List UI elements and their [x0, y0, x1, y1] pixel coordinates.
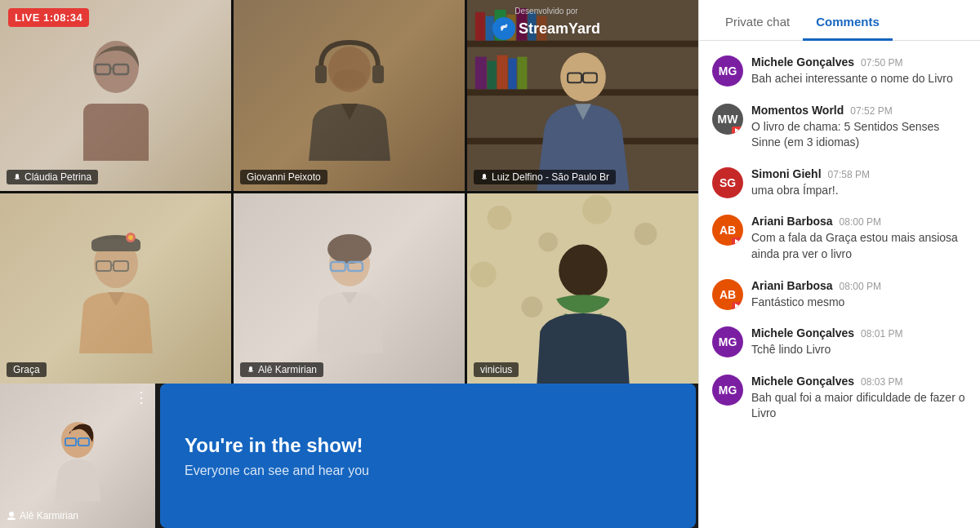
svg-point-47 [582, 194, 612, 224]
message-author: Ariani Barbosa [751, 279, 833, 292]
message-text: O livro de chama: 5 Sentidos Senses Sinn… [751, 119, 967, 151]
svg-rect-23 [488, 61, 497, 90]
message-content: Michele Gonçalves08:01 PMTchê lindo Livr… [751, 326, 967, 358]
message-header: Ariani Barbosa08:00 PM [751, 215, 967, 228]
message-author: Michele Gonçalves [751, 375, 854, 388]
message-time: 08:00 PM [840, 216, 881, 228]
video-cell-2: Giovanni Peixoto [234, 0, 465, 191]
avatar: MG [712, 326, 743, 357]
svg-point-46 [538, 232, 558, 251]
tab-comments[interactable]: Comments [803, 5, 893, 41]
message-time: 07:58 PM [828, 169, 870, 180]
avatar: MG [712, 55, 743, 87]
svg-rect-22 [475, 57, 487, 90]
message-time: 07:52 PM [850, 105, 892, 117]
svg-point-48 [635, 222, 657, 245]
chat-message: MGMichele Gonçalves08:03 PMBah qual foi … [699, 366, 980, 430]
message-author: Ariani Barbosa [751, 215, 833, 228]
message-time: 08:03 PM [861, 376, 902, 388]
svg-rect-8 [372, 65, 384, 83]
person-2-name: Giovanni Peixoto [247, 171, 321, 183]
chat-panel: Private chat Comments MGMichele Gonçalve… [698, 0, 980, 528]
message-time: 08:01 PM [861, 328, 902, 339]
svg-point-40 [327, 234, 372, 264]
message-text: Fantástico mesmo [751, 295, 967, 311]
live-badge: LIVE 1:08:34 [8, 8, 89, 27]
youtube-badge [732, 302, 743, 310]
chat-tabs: Private chat Comments [699, 0, 980, 41]
svg-point-45 [488, 205, 512, 229]
message-author: Momentos World [751, 104, 844, 117]
video-cell-4: Graça [0, 193, 231, 384]
streamyard-icon [492, 17, 515, 40]
message-content: Michele Gonçalves08:03 PMBah qual foi a … [751, 375, 967, 422]
video-cell-6: vinicius [467, 193, 698, 384]
svg-point-49 [470, 261, 497, 287]
chat-message: MGMichele Gonçalves07:50 PMBah achei int… [699, 47, 980, 95]
person-4-name: Graça [13, 364, 40, 375]
message-time: 08:00 PM [840, 281, 881, 292]
youtube-badge [732, 126, 743, 135]
svg-rect-26 [518, 57, 528, 90]
message-content: Momentos World07:52 PMO livro de chama: … [751, 104, 967, 151]
self-view-label: Alê Karmirian [7, 510, 78, 521]
chat-message: SGSimoni Giehl07:58 PMuma obra Ímpar!. [699, 159, 980, 207]
show-notification: You're in the show! Everyone can see and… [160, 384, 696, 528]
svg-point-51 [559, 244, 608, 296]
svg-rect-7 [315, 65, 327, 83]
chat-message: ABAriani Barbosa08:00 PMCom a fala da Gr… [699, 206, 980, 270]
notification-subtitle: Everyone can see and hear you [185, 464, 671, 478]
message-author: Michele Gonçalves [751, 326, 854, 339]
avatar: MW [712, 104, 743, 135]
avatar: MG [712, 375, 743, 406]
svg-rect-25 [509, 59, 517, 90]
svg-rect-3 [83, 104, 149, 161]
svg-point-10 [333, 69, 366, 89]
person-6-name: vinicius [480, 364, 512, 375]
svg-point-56 [9, 512, 14, 517]
person-3-name: Luiz Delfino - São Paulo Br [492, 171, 609, 183]
video-cell-5: Alê Karmirian [234, 193, 465, 384]
developed-by-label: Desenvolvido por [492, 7, 600, 16]
message-time: 07:50 PM [861, 57, 902, 69]
svg-point-50 [521, 296, 542, 317]
streamyard-brand: StreamYard [492, 17, 600, 40]
message-content: Simoni Giehl07:58 PMuma obra Ímpar!. [751, 167, 967, 199]
video-label-6: vinicius [474, 362, 519, 377]
message-content: Ariani Barbosa08:00 PMCom a fala da Graç… [751, 215, 967, 262]
message-text: Bah achei interessante o nome do Livro [751, 71, 967, 87]
avatar: SG [712, 167, 743, 198]
chat-messages: MGMichele Gonçalves07:50 PMBah achei int… [699, 41, 980, 528]
svg-rect-24 [497, 55, 508, 90]
avatar: AB [712, 279, 743, 310]
notification-title: You're in the show! [185, 434, 671, 457]
person-5-name: Alê Karmirian [258, 364, 317, 375]
chat-message: ABAriani Barbosa08:00 PMFantástico mesmo [699, 271, 980, 319]
video-cell-1: Cláudia Petrina [0, 0, 231, 191]
tab-private-chat[interactable]: Private chat [712, 5, 803, 41]
svg-point-0 [497, 22, 510, 35]
message-text: uma obra Ímpar!. [751, 183, 967, 199]
streamyard-text: StreamYard [519, 20, 600, 38]
svg-rect-15 [475, 12, 485, 41]
video-label-4: Graça [7, 362, 47, 377]
person-1-name: Cláudia Petrina [24, 171, 91, 183]
message-header: Michele Gonçalves08:01 PM [751, 326, 967, 339]
self-view: ⋮ Alê Karmirian [0, 384, 155, 528]
svg-point-35 [128, 235, 133, 240]
youtube-badge [732, 237, 743, 246]
chat-message: MGMichele Gonçalves08:01 PMTchê lindo Li… [699, 318, 980, 366]
message-content: Michele Gonçalves07:50 PMBah achei inter… [751, 55, 967, 87]
message-header: Michele Gonçalves08:03 PM [751, 375, 967, 388]
avatar: AB [712, 215, 743, 246]
message-header: Momentos World07:52 PM [751, 104, 967, 117]
svg-rect-12 [467, 41, 698, 47]
video-label-3: Luiz Delfino - São Paulo Br [474, 170, 616, 184]
message-text: Tchê lindo Livro [751, 342, 967, 358]
self-menu-button[interactable]: ⋮ [134, 390, 149, 405]
video-grid: Cláudia Petrina [0, 0, 698, 384]
message-header: Michele Gonçalves07:50 PM [751, 55, 967, 69]
svg-point-1 [505, 24, 507, 27]
streamyard-watermark: Desenvolvido por StreamYard [492, 7, 600, 40]
video-label-2: Giovanni Peixoto [240, 170, 327, 184]
